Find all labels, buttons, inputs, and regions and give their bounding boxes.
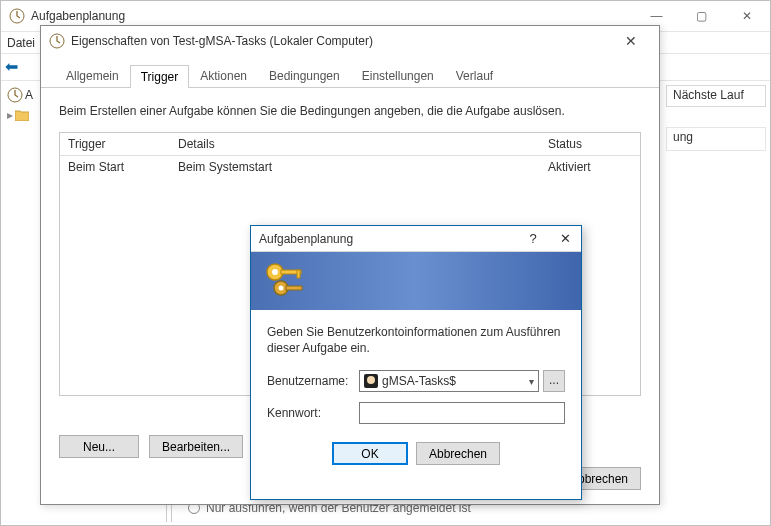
username-value: gMSA-Tasks$ [382, 374, 456, 388]
back-arrow-icon[interactable]: ⬅ [5, 57, 25, 77]
tab-settings[interactable]: Einstellungen [351, 64, 445, 87]
tree-item[interactable]: ▸ [5, 105, 33, 125]
tree-pane: A ▸ [5, 85, 33, 125]
credentials-dialog: Aufgabenplanung ? ✕ Geben Sie Benutzerko… [250, 225, 582, 500]
clock-icon [49, 33, 65, 49]
tree-item[interactable]: A [5, 85, 33, 105]
table-header: Trigger Details Status [60, 133, 640, 156]
cred-titlebar: Aufgabenplanung ? ✕ [251, 226, 581, 252]
ok-button[interactable]: OK [332, 442, 408, 465]
edit-button[interactable]: Bearbeiten... [149, 435, 243, 458]
column-header-next-run[interactable]: Nächste Lauf [666, 85, 766, 107]
cred-banner [251, 252, 581, 310]
props-titlebar: Eigenschaften von Test-gMSA-Tasks (Lokal… [41, 26, 659, 56]
cancel-button[interactable]: Abbrechen [416, 442, 500, 465]
cell-trigger: Beim Start [60, 156, 170, 178]
close-button[interactable]: ✕ [724, 2, 769, 30]
svg-rect-6 [297, 270, 300, 278]
col-status[interactable]: Status [540, 133, 640, 155]
close-button[interactable]: ✕ [549, 231, 581, 246]
tree-header-label: A [25, 88, 33, 102]
cell-details: Beim Systemstart [170, 156, 540, 178]
column-cell: ung [666, 127, 766, 151]
trigger-hint: Beim Erstellen einer Aufgabe können Sie … [59, 104, 641, 118]
password-input[interactable] [359, 402, 565, 424]
tab-strip: Allgemein Trigger Aktionen Bedingungen E… [41, 64, 659, 88]
clock-icon [7, 87, 23, 103]
username-combo[interactable]: gMSA-Tasks$ ▾ [359, 370, 539, 392]
table-row[interactable]: Beim Start Beim Systemstart Aktiviert [60, 156, 640, 178]
browse-user-button[interactable]: ... [543, 370, 565, 392]
cred-message: Geben Sie Benutzerkontoinformationen zum… [267, 324, 565, 356]
main-title: Aufgabenplanung [31, 9, 125, 23]
tab-trigger[interactable]: Trigger [130, 65, 190, 88]
username-label: Benutzername: [267, 374, 359, 388]
avatar-icon [364, 374, 378, 388]
new-button[interactable]: Neu... [59, 435, 139, 458]
tab-general[interactable]: Allgemein [55, 64, 130, 87]
svg-rect-9 [286, 286, 302, 290]
props-title: Eigenschaften von Test-gMSA-Tasks (Lokal… [71, 34, 373, 48]
close-button[interactable]: ✕ [611, 33, 651, 49]
keys-icon [261, 258, 309, 304]
svg-point-8 [279, 286, 284, 291]
tab-conditions[interactable]: Bedingungen [258, 64, 351, 87]
password-label: Kennwort: [267, 406, 359, 420]
col-trigger[interactable]: Trigger [60, 133, 170, 155]
col-details[interactable]: Details [170, 133, 540, 155]
cred-title: Aufgabenplanung [259, 232, 353, 246]
menu-file[interactable]: Datei [7, 36, 35, 50]
folder-icon [15, 109, 29, 121]
clock-icon [9, 8, 25, 24]
cred-body: Geben Sie Benutzerkontoinformationen zum… [251, 310, 581, 479]
tab-actions[interactable]: Aktionen [189, 64, 258, 87]
help-button[interactable]: ? [517, 231, 549, 246]
chevron-down-icon: ▾ [529, 376, 534, 387]
right-column: Nächste Lauf ung [666, 85, 766, 151]
maximize-button[interactable]: ▢ [679, 2, 724, 30]
tab-history[interactable]: Verlauf [445, 64, 504, 87]
chevron-right-icon: ▸ [7, 108, 13, 122]
cell-status: Aktiviert [540, 156, 640, 178]
svg-point-4 [272, 269, 278, 275]
